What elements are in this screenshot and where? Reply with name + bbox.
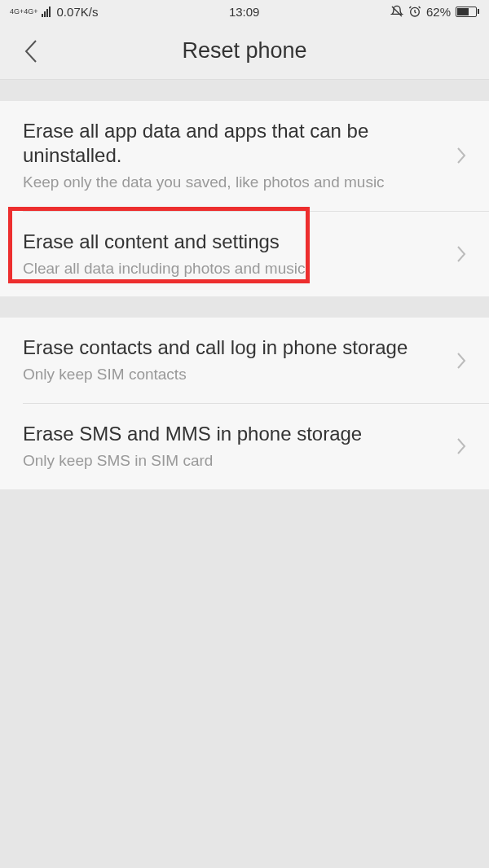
list-item-title: Erase all app data and apps that can be … (23, 119, 440, 168)
chevron-right-icon (456, 147, 466, 164)
network-type-label: 4G+4G+ (10, 8, 38, 15)
chevron-right-icon (456, 352, 466, 370)
list-item-content: Erase SMS and MMS in phone storage Only … (23, 422, 456, 471)
alarm-icon (408, 5, 421, 18)
section-gap (0, 296, 489, 318)
list-item-subtitle: Keep only the data you saved, like photo… (23, 173, 440, 193)
list-item-subtitle: Only keep SIM contacts (23, 365, 440, 385)
battery-percent: 62% (426, 5, 451, 19)
status-right: 62% (390, 5, 479, 19)
battery-icon (456, 7, 479, 17)
back-button[interactable] (15, 35, 47, 68)
list-item-content: Erase all app data and apps that can be … (23, 119, 456, 193)
list-item-title: Erase all content and settings (23, 230, 440, 254)
chevron-left-icon (24, 38, 38, 64)
list-item-subtitle: Only keep SMS in SIM card (23, 451, 440, 471)
list-item-title: Erase SMS and MMS in phone storage (23, 422, 440, 446)
erase-all-content-item[interactable]: Erase all content and settings Clear all… (0, 212, 489, 297)
header: Reset phone (0, 23, 489, 80)
chevron-right-icon (456, 245, 466, 263)
list-item-content: Erase contacts and call log in phone sto… (23, 335, 456, 385)
erase-contacts-item[interactable]: Erase contacts and call log in phone sto… (0, 318, 489, 403)
network-speed: 0.07K/s (57, 5, 99, 19)
network-indicator: 4G+4G+ (10, 8, 38, 15)
chevron-right-icon (456, 437, 466, 455)
erase-app-data-item[interactable]: Erase all app data and apps that can be … (0, 101, 489, 211)
dnd-icon (390, 5, 403, 18)
section-erase-storage: Erase contacts and call log in phone sto… (0, 318, 489, 489)
status-time: 13:09 (229, 5, 260, 19)
section-erase-options: Erase all app data and apps that can be … (0, 101, 489, 296)
status-bar: 4G+4G+ 0.07K/s 13:09 62% (0, 0, 489, 23)
list-item-subtitle: Clear all data including photos and musi… (23, 259, 440, 279)
erase-sms-item[interactable]: Erase SMS and MMS in phone storage Only … (0, 404, 489, 489)
page-title: Reset phone (0, 38, 489, 64)
section-gap (0, 80, 489, 101)
list-item-title: Erase contacts and call log in phone sto… (23, 335, 440, 360)
signal-bars-icon (42, 6, 51, 17)
list-item-content: Erase all content and settings Clear all… (23, 230, 456, 279)
status-left: 4G+4G+ 0.07K/s (10, 5, 98, 19)
